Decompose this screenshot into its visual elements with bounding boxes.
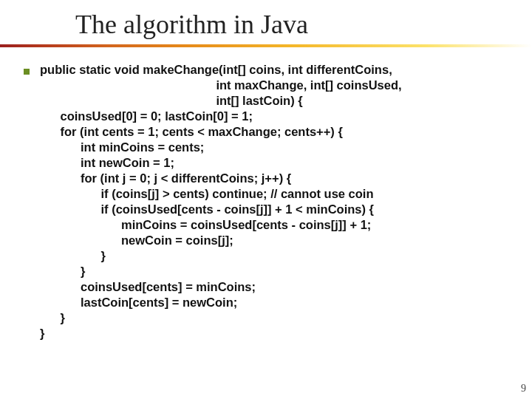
code-line: int[] lastCoin) {	[40, 94, 303, 107]
slide: The algorithm in Java public static void…	[0, 0, 532, 399]
underline-gradient	[0, 44, 532, 47]
code-line: if (coinsUsed[cents - coins[j]] + 1 < mi…	[40, 202, 374, 216]
code-line: int minCoins = cents;	[40, 140, 204, 154]
code-line: }	[40, 311, 65, 324]
code-line: public static void makeChange(int[] coin…	[40, 63, 392, 76]
code-line: newCoin = coins[j];	[40, 233, 233, 247]
code-line: int maxChange, int[] coinsUsed,	[40, 78, 402, 92]
page-number: 9	[521, 383, 526, 395]
code-line: int newCoin = 1;	[40, 156, 174, 169]
code-line: lastCoin[cents] = newCoin;	[40, 296, 237, 309]
code-line: minCoins = coinsUsed[cents - coins[j]] +…	[40, 218, 371, 231]
code-line: }	[40, 327, 44, 340]
title-underline	[0, 44, 532, 47]
code-line: for (int j = 0; j < differentCoins; j++)…	[40, 171, 291, 185]
code-block: public static void makeChange(int[] coin…	[40, 62, 402, 341]
code-line: if (coins[j] > cents) continue; // canno…	[40, 187, 374, 200]
code-line: }	[40, 265, 85, 278]
code-line: coinsUsed[0] = 0; lastCoin[0] = 1;	[40, 109, 253, 123]
code-line: for (int cents = 1; cents < maxChange; c…	[40, 125, 343, 138]
code-line: }	[40, 249, 106, 262]
code-line: coinsUsed[cents] = minCoins;	[40, 280, 256, 293]
bullet-icon	[24, 69, 30, 75]
slide-title: The algorithm in Java	[75, 9, 308, 40]
